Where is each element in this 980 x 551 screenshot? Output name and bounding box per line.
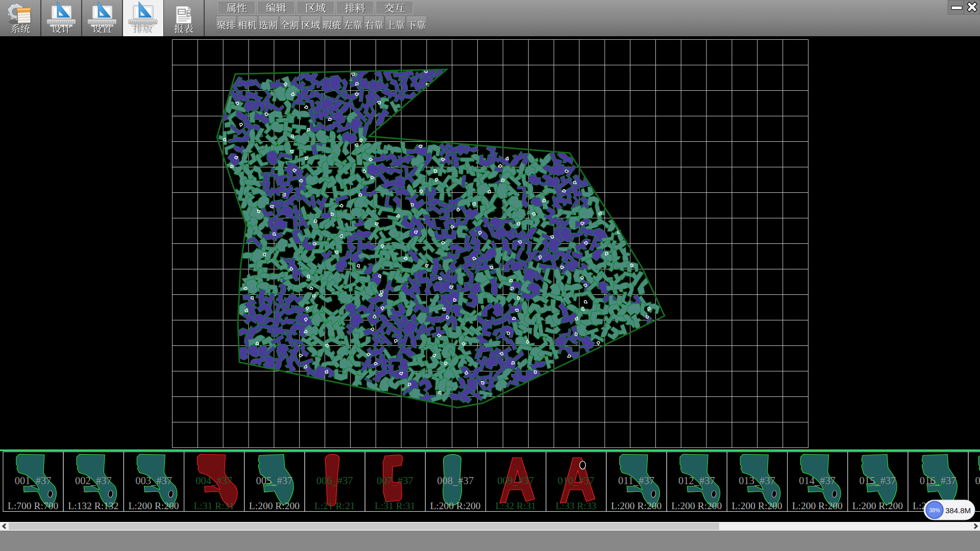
svg-text:L:200 R:200: L:200 R:200 [852, 500, 903, 511]
svg-text:L:200 R:200: L:200 R:200 [671, 500, 722, 511]
svg-text:L:132 R:132: L:132 R:132 [68, 500, 118, 511]
svg-text:L:200 R:200: L:200 R:200 [430, 500, 480, 511]
svg-text:002_#37: 002_#37 [75, 475, 112, 486]
svg-text:009_#37: 009_#37 [497, 475, 534, 486]
svg-text:0: 0 [975, 475, 980, 486]
svg-text:38%: 38% [929, 507, 940, 513]
svg-text:016_#37: 016_#37 [920, 475, 957, 486]
svg-text:L:200 R:200: L:200 R:200 [792, 500, 843, 511]
svg-text:006_#37: 006_#37 [316, 475, 353, 486]
svg-text:L:200 R:200: L:200 R:200 [128, 500, 179, 511]
svg-text:L:200 R:200: L:200 R:200 [249, 500, 300, 511]
svg-text:L:32 R:31: L:32 R:31 [495, 500, 536, 511]
svg-text:013_#37: 013_#37 [739, 475, 775, 486]
svg-text:011_#37: 011_#37 [618, 475, 654, 486]
svg-text:L:33 R:33: L:33 R:33 [556, 500, 597, 511]
svg-text:L:31 R:31: L:31 R:31 [375, 500, 415, 511]
svg-text:007_#37: 007_#37 [377, 475, 413, 486]
svg-text:L:21 R:21: L:21 R:21 [314, 500, 355, 511]
svg-text:014_#37: 014_#37 [799, 475, 836, 486]
svg-text:L:31 R:31: L:31 R:31 [193, 500, 234, 511]
svg-text:L:200 R:200: L:200 R:200 [611, 500, 662, 511]
svg-text:L:700 R:700: L:700 R:700 [8, 500, 58, 511]
svg-text:384.8M: 384.8M [945, 506, 971, 515]
svg-text:L:200 R:200: L:200 R:200 [731, 500, 782, 511]
svg-text:015_#37: 015_#37 [860, 475, 896, 486]
svg-text:005_#37: 005_#37 [256, 475, 293, 486]
svg-text:004_#37: 004_#37 [195, 475, 232, 486]
svg-text:008_#37: 008_#37 [437, 475, 474, 486]
svg-text:010_#37: 010_#37 [558, 475, 595, 486]
svg-text:012_#37: 012_#37 [678, 475, 715, 486]
svg-text:003_#37: 003_#37 [135, 475, 172, 486]
svg-text:001_#37: 001_#37 [15, 475, 52, 486]
